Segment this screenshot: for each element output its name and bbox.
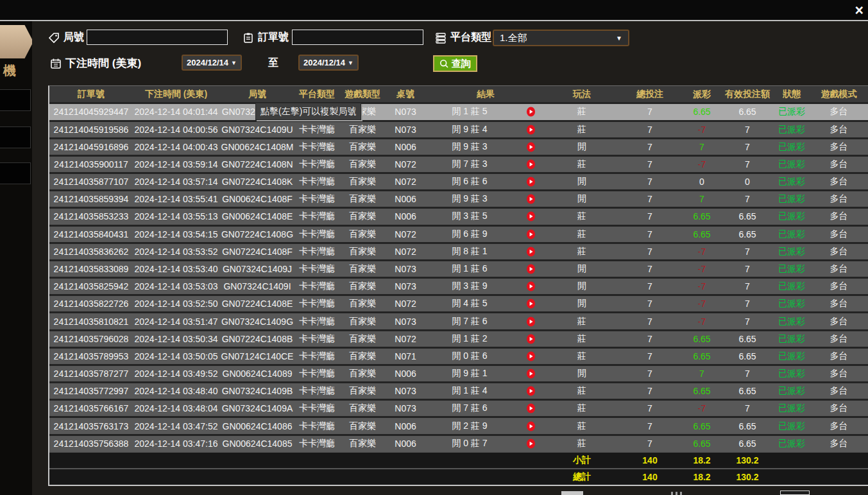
cell-game-no[interactable]: GN07224C1408K	[219, 177, 295, 187]
date-to-label: 至	[268, 56, 278, 70]
play-icon[interactable]	[515, 421, 547, 431]
play-icon[interactable]	[515, 299, 547, 309]
cell-game-no[interactable]: GN07124C140CE	[219, 351, 295, 361]
cell-game-no[interactable]: GN07224C1408F	[219, 247, 295, 257]
sidebar-item-label[interactable]: 機	[3, 62, 16, 80]
tag-icon	[48, 32, 60, 44]
table-row[interactable]: 241214035810821 2024-12-14 03:51:47 GN07…	[49, 311, 868, 329]
close-icon[interactable]: ×	[855, 1, 864, 19]
platform-select[interactable]: 1.全部 ▼	[493, 30, 629, 46]
play-icon[interactable]	[515, 177, 547, 187]
table-row[interactable]: 241214035833089 2024-12-14 03:53:40 GN07…	[49, 259, 868, 277]
play-icon[interactable]	[515, 125, 547, 135]
table-row[interactable]: 241214035789953 2024-12-14 03:50:05 GN07…	[49, 347, 868, 364]
cell-result: 閒 7 莊 6	[425, 316, 515, 327]
play-icon[interactable]	[515, 334, 547, 344]
cell-total-bet: 7	[617, 299, 683, 309]
cell-time: 2024-12-14 03:53:03	[133, 281, 219, 291]
pagination-partial-input[interactable]	[780, 491, 810, 495]
table-row[interactable]: 241214035836262 2024-12-14 03:53:52 GN07…	[49, 242, 868, 259]
cell-game-no[interactable]: GN00624C14085	[219, 439, 295, 449]
sidebar-active-tab[interactable]	[0, 25, 33, 58]
play-icon[interactable]	[515, 369, 547, 379]
play-icon[interactable]	[515, 229, 547, 239]
play-icon[interactable]	[515, 351, 547, 361]
table-row[interactable]: 241214045919586 2024-12-14 04:00:56 GN07…	[49, 120, 868, 137]
cell-game-no[interactable]: GN07224C1408N	[219, 159, 295, 169]
date-to-select[interactable]: 2024/12/14 ▼	[298, 55, 359, 71]
play-icon[interactable]	[515, 159, 547, 169]
play-icon[interactable]	[515, 211, 547, 221]
order-no-input[interactable]	[292, 30, 423, 45]
col-time: 下注時間 (美東)	[133, 89, 219, 100]
game-no-input[interactable]	[87, 30, 228, 45]
date-to-value: 2024/12/14	[303, 58, 345, 67]
play-icon[interactable]	[515, 247, 547, 257]
cell-status: 已派彩	[774, 124, 810, 135]
cell-total-bet: 7	[617, 125, 683, 135]
cell-game-no[interactable]: GN07224C1408B	[219, 334, 295, 344]
cell-total-bet: 7	[617, 369, 683, 379]
cell-game-no[interactable]: GN07224C1408E	[219, 299, 295, 309]
cell-order: 241214035763173	[49, 421, 133, 431]
play-icon[interactable]	[515, 194, 547, 204]
col-mode: 遊戲模式	[810, 89, 868, 100]
search-button[interactable]: 查詢	[433, 55, 477, 72]
cell-game-no[interactable]: GN07324C1409I	[219, 281, 295, 291]
cell-play-type: 莊	[547, 211, 617, 222]
play-icon[interactable]	[515, 403, 547, 413]
table-row[interactable]: 241214035822726 2024-12-14 03:52:50 GN07…	[49, 294, 868, 311]
cell-total-bet: 7	[617, 142, 683, 152]
table-row[interactable]: 241214035787277 2024-12-14 03:49:52 GN00…	[49, 364, 868, 381]
table-row[interactable]: 241214045916896 2024-12-14 04:00:43 GN00…	[49, 137, 868, 155]
cell-game-no[interactable]: GN07224C1408G	[219, 229, 295, 239]
cell-game-no[interactable]: GN07324C1409A	[219, 403, 295, 413]
cell-play-type: 莊	[547, 106, 617, 117]
cell-game-no[interactable]: GN07324C1409U	[219, 125, 295, 135]
sidebar-item[interactable]	[0, 126, 31, 148]
table-row[interactable]: 241214035756388 2024-12-14 03:47:16 GN00…	[49, 434, 868, 451]
table-row[interactable]: 241214045929447 2024-12-14 04:01:44 GN07…	[49, 102, 868, 119]
cell-game-no[interactable]: GN07324C1409B	[219, 386, 295, 396]
sidebar-item[interactable]	[0, 162, 31, 184]
cell-total-bet: 7	[617, 403, 683, 413]
date-from-select[interactable]: 2024/12/14 ▼	[182, 55, 242, 71]
cell-play-type: 莊	[547, 351, 617, 362]
table-row[interactable]: 241214035796028 2024-12-14 03:50:34 GN07…	[49, 329, 868, 347]
table-row[interactable]: 241214035766167 2024-12-14 03:48:04 GN07…	[49, 399, 868, 416]
cell-status: 已派彩	[774, 438, 810, 449]
sidebar: 機	[0, 21, 32, 495]
table-row[interactable]: 241214035772997 2024-12-14 03:48:40 GN07…	[49, 381, 868, 399]
cell-valid-bet: 7	[721, 403, 774, 413]
play-icon[interactable]	[515, 281, 547, 291]
table-row[interactable]: 241214035900117 2024-12-14 03:59:14 GN07…	[49, 155, 868, 172]
cell-game-no[interactable]: GN00624C1408M	[219, 142, 295, 152]
table-row[interactable]: 241214035763173 2024-12-14 03:47:52 GN00…	[49, 416, 868, 433]
cell-game-no[interactable]: GN07324C1409G	[219, 317, 295, 327]
sidebar-item[interactable]	[0, 89, 31, 111]
play-icon[interactable]	[515, 107, 547, 117]
pagination-partial-ticks	[671, 492, 682, 495]
play-icon[interactable]	[515, 317, 547, 327]
pagination-partial-button[interactable]	[561, 491, 583, 495]
table-row[interactable]: 241214035825942 2024-12-14 03:53:03 GN07…	[49, 277, 868, 294]
table-row[interactable]: 241214035877107 2024-12-14 03:57:14 GN07…	[49, 172, 868, 189]
cell-result: 閒 3 莊 5	[425, 211, 515, 222]
table-row[interactable]: 241214035853233 2024-12-14 03:55:13 GN00…	[49, 207, 868, 224]
cell-game-no[interactable]: GN00624C14086	[219, 421, 295, 431]
cell-game-no[interactable]: GN00624C1408E	[219, 211, 295, 221]
cell-valid-bet: 6.65	[721, 211, 774, 221]
cell-game-no[interactable]: GN00624C1408F	[219, 194, 295, 204]
play-icon[interactable]	[515, 439, 547, 449]
table-row[interactable]: 241214035859394 2024-12-14 03:55:41 GN00…	[49, 189, 868, 207]
play-icon[interactable]	[515, 142, 547, 152]
play-icon[interactable]	[515, 264, 547, 274]
cell-game-no[interactable]: GN07324C1409J	[219, 264, 295, 274]
cell-valid-bet: 7	[721, 142, 774, 152]
cell-play-type: 閒	[547, 368, 617, 379]
table-row[interactable]: 241214035840431 2024-12-14 03:54:15 GN07…	[49, 225, 868, 242]
cell-game-no[interactable]: GN00624C14089	[219, 369, 295, 379]
play-icon[interactable]	[515, 386, 547, 396]
cell-result: 閒 7 莊 3	[425, 159, 515, 170]
cell-payout: -7	[683, 281, 721, 291]
